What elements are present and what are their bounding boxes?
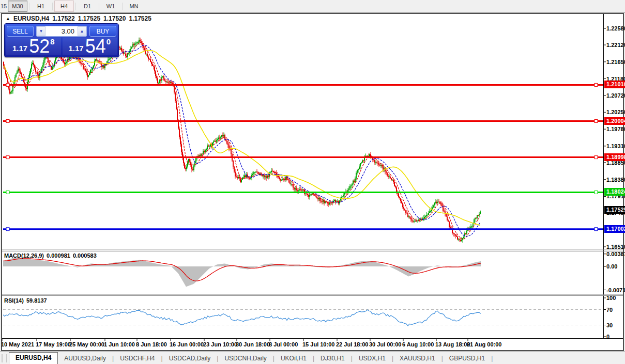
- tab-xauusd-h1[interactable]: XAUUSD,H1: [393, 353, 441, 363]
- spinner-down-icon: ▼: [39, 29, 43, 34]
- tab-dj30-h1[interactable]: DJ30,H1: [314, 353, 351, 363]
- chart-window[interactable]: [1, 13, 624, 351]
- timeframe-h4-button[interactable]: H4: [54, 1, 74, 12]
- volume-increase-button[interactable]: ▲: [78, 26, 86, 36]
- timeframe-m15-clipped[interactable]: 15: [0, 3, 7, 9]
- chart-tab-bar: EURUSD,H4AUDUSD,Daily|USDCHF,H4|USDCAD,D…: [0, 351, 625, 364]
- timeframe-toolbar: 15 M30H1H4D1W1MN: [0, 0, 625, 13]
- volume-input[interactable]: [45, 26, 78, 36]
- tab-ukoil-h1[interactable]: UKOil,H1: [275, 353, 313, 363]
- buy-price-sup: 0: [106, 37, 111, 46]
- one-click-trade-panel: SELL ▼ ▲ BUY 1.17 52 8 1.17 54 0: [4, 23, 119, 57]
- sell-price-sup: 8: [50, 37, 54, 46]
- timeframe-h1-button[interactable]: H1: [31, 1, 51, 12]
- buy-price-big: 54: [85, 39, 106, 54]
- tab-audusd-daily[interactable]: AUDUSD,Daily: [58, 353, 112, 363]
- tab-gbpusd-h1[interactable]: GBPUSD,H1: [443, 353, 491, 363]
- buy-price-display[interactable]: 1.17 54 0: [63, 38, 117, 55]
- toolbar-separator: [52, 3, 53, 10]
- buy-price-prefix: 1.17: [68, 44, 83, 53]
- tab-usdchf-h4[interactable]: USDCHF,H4: [114, 353, 161, 363]
- volume-decrease-button[interactable]: ▼: [37, 26, 45, 36]
- tab-usdx-h1[interactable]: USDX,H1: [353, 353, 392, 363]
- mt4-terminal: 15 M30H1H4D1W1MN ▲ EURUSD,H4 1.17522 1.1…: [0, 0, 625, 364]
- toolbar-separator: [75, 3, 76, 10]
- tab-usdcnh-daily[interactable]: USDCNH,Daily: [218, 353, 272, 363]
- sell-price-display[interactable]: 1.17 52 8: [6, 38, 61, 55]
- timeframe-d1-button[interactable]: D1: [78, 1, 97, 12]
- tab-usdcad-daily[interactable]: USDCAD,Daily: [163, 353, 217, 363]
- sell-price-prefix: 1.17: [12, 44, 27, 53]
- tab-eurusd-h4[interactable]: EURUSD,H4: [9, 352, 58, 364]
- spinner-up-icon: ▲: [80, 29, 84, 34]
- sell-price-big: 52: [29, 39, 50, 54]
- toolbar-separator: [99, 3, 99, 10]
- tab-separator: |: [491, 355, 493, 362]
- tabbar-grip: [2, 354, 7, 362]
- toolbar-separator: [122, 3, 123, 10]
- buy-button[interactable]: BUY: [89, 26, 116, 37]
- sell-button[interactable]: SELL: [7, 26, 34, 37]
- timeframe-mn-button[interactable]: MN: [124, 1, 144, 12]
- timeframe-w1-button[interactable]: W1: [101, 1, 120, 12]
- toolbar-separator: [29, 3, 29, 10]
- timeframe-m30-button[interactable]: M30: [8, 1, 27, 12]
